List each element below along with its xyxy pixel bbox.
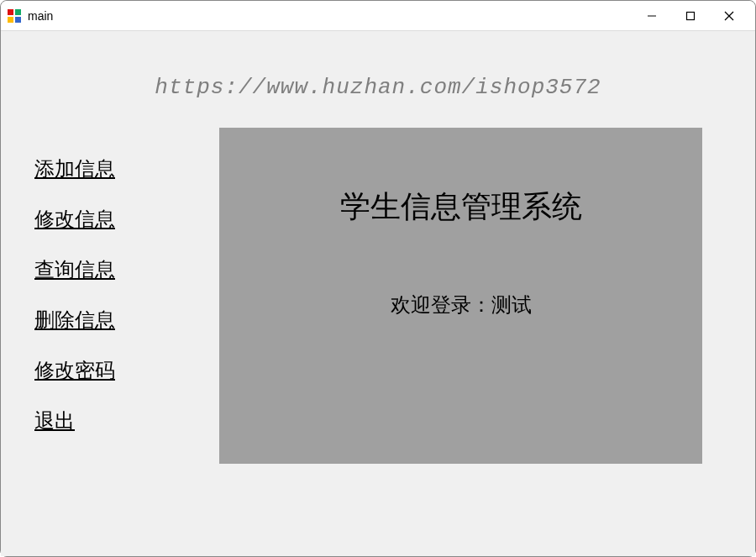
sidebar-item-add-info[interactable]: 添加信息 — [34, 155, 115, 182]
close-icon — [724, 11, 734, 21]
sidebar: 添加信息 修改信息 查询信息 删除信息 修改密码 退出 — [34, 155, 115, 434]
sidebar-item-edit-info[interactable]: 修改信息 — [34, 206, 115, 233]
sidebar-item-query-info[interactable]: 查询信息 — [34, 256, 115, 283]
minimize-icon — [647, 11, 657, 21]
window-title: main — [28, 9, 633, 23]
sidebar-item-delete-info[interactable]: 删除信息 — [34, 307, 115, 334]
app-icon — [8, 9, 21, 23]
window-controls — [633, 3, 748, 29]
watermark-text: https://www.huzhan.com/ishop3572 — [1, 75, 755, 100]
sidebar-item-exit[interactable]: 退出 — [34, 407, 115, 434]
panel-title: 学生信息管理系统 — [219, 187, 702, 228]
client-area: https://www.huzhan.com/ishop3572 添加信息 修改… — [1, 31, 755, 556]
minimize-button[interactable] — [633, 3, 671, 29]
content-panel: 学生信息管理系统 欢迎登录：测试 — [219, 128, 702, 464]
maximize-button[interactable] — [671, 3, 710, 29]
sidebar-item-change-password[interactable]: 修改密码 — [34, 357, 115, 384]
close-button[interactable] — [710, 3, 748, 29]
titlebar[interactable]: main — [1, 1, 755, 31]
panel-welcome: 欢迎登录：测试 — [219, 292, 702, 318]
svg-rect-1 — [687, 12, 695, 19]
maximize-icon — [685, 11, 696, 21]
app-window: main https://www.huzhan.com/ishop3572 添加… — [0, 0, 756, 557]
